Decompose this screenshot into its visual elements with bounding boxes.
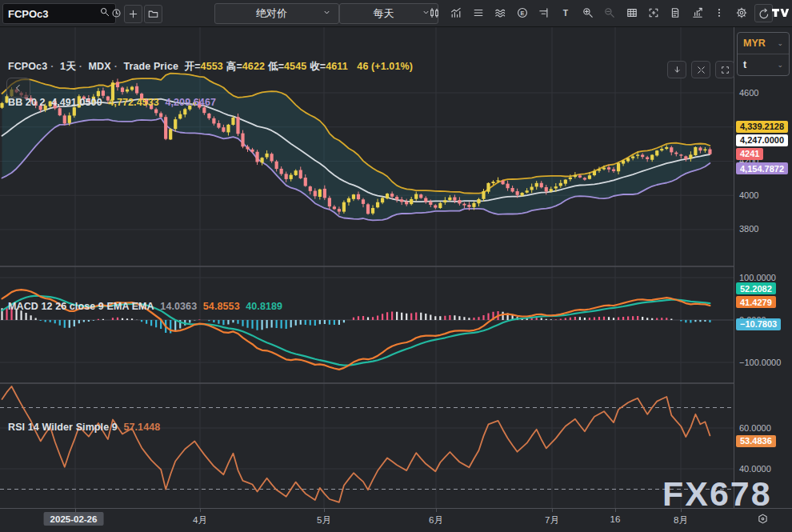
date-marker-chip: 2025-02-26 bbox=[44, 512, 104, 526]
ohlc-key: 收= bbox=[310, 61, 326, 72]
symbol-text: FCPOc3 bbox=[8, 8, 49, 20]
unit-label: t bbox=[743, 59, 746, 70]
candlestick-style-icon[interactable] bbox=[425, 3, 444, 22]
rsi-pane bbox=[0, 386, 734, 502]
rsi-legend: RSI 14 Wilder Simple 9 57.1448 bbox=[8, 422, 163, 433]
indicators-icon[interactable] bbox=[446, 3, 466, 22]
chevron-down-icon bbox=[322, 6, 332, 21]
unit-selector[interactable]: t ⌄ bbox=[738, 54, 789, 75]
time-tick bbox=[436, 509, 437, 512]
folder-icon[interactable] bbox=[144, 5, 162, 23]
screenshot-icon[interactable] bbox=[644, 3, 663, 22]
time-axis-label: 7月 bbox=[545, 514, 559, 526]
bb-basis-chip: 4,247.0000 bbox=[736, 134, 788, 146]
economic-events-icon[interactable]: E bbox=[513, 3, 532, 22]
legend-ohlc: 开=4553高=4622低=4545收=4611 bbox=[185, 61, 351, 72]
axis-tick-label: −100.0000 bbox=[739, 358, 781, 367]
time-axis-label: 16 bbox=[610, 514, 621, 524]
more-options-icon[interactable] bbox=[710, 3, 729, 22]
compare-icon[interactable] bbox=[490, 3, 510, 22]
zoom-in-icon[interactable] bbox=[578, 3, 598, 22]
clock-icon[interactable] bbox=[106, 3, 126, 22]
measure-icon[interactable] bbox=[534, 3, 554, 22]
currency-unit-box: MYR ⌄ t ⌄ bbox=[737, 32, 790, 76]
price-axis[interactable]: MYR ⌄ t ⌄ 46004400420040003800100.00000.… bbox=[734, 26, 792, 508]
ohlc-value: 4545 bbox=[284, 61, 306, 72]
chart-canvas[interactable]: FCPOc3· 1天· MDX· Trade Price 开=4553高=462… bbox=[0, 26, 734, 508]
axis-tick-label: 40.0000 bbox=[739, 464, 771, 474]
tradingview-logo[interactable] bbox=[770, 5, 790, 24]
time-axis-label: 4月 bbox=[193, 514, 207, 526]
publish-chart-icon[interactable] bbox=[688, 3, 707, 22]
ohlc-key: 高= bbox=[226, 61, 242, 72]
legend-symbol: FCPOc3 bbox=[8, 61, 47, 72]
time-axis-label: 8月 bbox=[674, 514, 688, 526]
ohlc-key: 开= bbox=[185, 61, 201, 72]
macd-line-value: 54.8553 bbox=[203, 301, 240, 312]
rsi-value-chip: 53.4836 bbox=[736, 435, 776, 447]
legend-exchange: MDX bbox=[89, 61, 111, 72]
ohlc-value: 4553 bbox=[201, 61, 223, 72]
ohlc-value: 4622 bbox=[242, 61, 265, 72]
ohlc-key: 低= bbox=[268, 61, 284, 72]
bb-legend: BB 20 2 4,491.0500 4,772.4533 4,209.6467 bbox=[8, 97, 219, 108]
time-tick bbox=[324, 509, 325, 512]
legend-interval: 1天 bbox=[60, 61, 76, 72]
svg-text:T: T bbox=[563, 9, 569, 18]
bb-lower-value: 4,209.6467 bbox=[165, 97, 216, 108]
last-price-chip: 4241 bbox=[736, 148, 763, 160]
maximize-pane-button[interactable] bbox=[715, 61, 734, 78]
rsi-value: 57.1448 bbox=[123, 422, 160, 433]
time-tick bbox=[552, 509, 553, 512]
time-tick bbox=[200, 509, 201, 512]
ohlc-value: 4611 bbox=[326, 61, 348, 72]
settings-gear-icon[interactable] bbox=[732, 3, 751, 22]
layout-templates-icon[interactable] bbox=[469, 3, 488, 22]
zoom-out-icon[interactable] bbox=[600, 3, 619, 22]
macd-hist-value: 14.0363 bbox=[160, 301, 197, 312]
currency-selector[interactable]: MYR ⌄ bbox=[738, 33, 789, 54]
svg-text:E: E bbox=[520, 10, 524, 17]
macd-title: MACD 12 26 close 9 EMA EMA bbox=[8, 301, 154, 312]
bb-upper-chip: 4,339.2128 bbox=[736, 121, 788, 133]
price-mode-label: 绝对价 bbox=[222, 6, 322, 21]
time-axis[interactable]: 2025-02-264月5月6月7月168月 bbox=[0, 508, 792, 532]
axis-tick-label: 3800 bbox=[739, 224, 758, 234]
bb-lower-chip: 4,154.7872 bbox=[736, 162, 788, 174]
news-icon[interactable] bbox=[666, 3, 685, 22]
table-view-icon[interactable] bbox=[622, 3, 642, 22]
bb-basis-value: 4,491.0500 bbox=[51, 97, 102, 108]
axis-tick-label: 60.0000 bbox=[739, 423, 771, 433]
rsi-title: RSI 14 Wilder Simple 9 bbox=[8, 422, 118, 433]
bb-title: BB 20 2 bbox=[8, 97, 46, 108]
text-tool-icon[interactable]: T bbox=[556, 3, 575, 22]
legend-series-type: Trade Price bbox=[124, 61, 179, 72]
time-tick bbox=[615, 509, 616, 512]
trading-app: FCPOc3 绝对价 每天 ET FCPOc3· 1天· MDX· Trade … bbox=[0, 0, 792, 532]
time-axis-settings-icon[interactable] bbox=[757, 513, 769, 528]
macd-line-chip: 41.4279 bbox=[736, 296, 776, 308]
time-axis-label: 5月 bbox=[317, 514, 331, 526]
price-mode-dropdown[interactable]: 绝对价 bbox=[214, 3, 339, 24]
main-legend: FCPOc3· 1天· MDX· Trade Price 开=4553高=462… bbox=[8, 60, 416, 74]
macd-hist-chip: −10.7803 bbox=[736, 318, 781, 330]
top-toolbar: FCPOc3 绝对价 每天 ET bbox=[0, 0, 792, 27]
time-tick bbox=[681, 509, 682, 512]
collapse-pane-button[interactable] bbox=[691, 61, 710, 78]
interval-dropdown[interactable]: 每天 bbox=[339, 3, 438, 24]
macd-legend: MACD 12 26 close 9 EMA EMA 14.0363 54.85… bbox=[8, 301, 286, 312]
back-button[interactable] bbox=[6, 78, 30, 98]
pane-controls bbox=[667, 61, 734, 78]
symbol-search-input[interactable]: FCPOc3 bbox=[2, 3, 116, 24]
time-axis-label: 6月 bbox=[429, 514, 443, 526]
add-symbol-icon[interactable] bbox=[124, 5, 142, 23]
legend-change: 46 (+1.01%) bbox=[357, 61, 413, 72]
price-pane bbox=[0, 74, 711, 221]
axis-tick-label: 4000 bbox=[739, 190, 758, 200]
macd-signal-chip: 52.2082 bbox=[736, 282, 776, 294]
currency-label: MYR bbox=[743, 38, 766, 49]
axis-tick-label: 100.0000 bbox=[739, 273, 776, 282]
move-pane-down-button[interactable] bbox=[667, 61, 686, 78]
chevron-down-icon: ⌄ bbox=[777, 61, 783, 69]
interval-label: 每天 bbox=[346, 6, 421, 21]
